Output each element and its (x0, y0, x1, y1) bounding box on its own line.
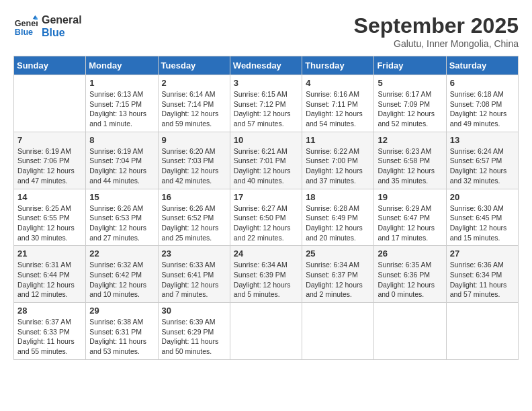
day-info: Sunrise: 6:16 AM Sunset: 7:11 PM Dayligh… (306, 89, 370, 129)
day-number: 24 (234, 248, 298, 259)
day-number: 9 (162, 135, 226, 145)
day-number: 8 (89, 135, 154, 145)
calendar-cell: 29Sunrise: 6:38 AM Sunset: 6:31 PM Dayli… (86, 303, 158, 360)
calendar-cell: 27Sunrise: 6:36 AM Sunset: 6:34 PM Dayli… (446, 246, 518, 303)
day-number: 28 (17, 306, 82, 316)
calendar-cell: 21Sunrise: 6:31 AM Sunset: 6:44 PM Dayli… (14, 246, 86, 303)
day-number: 29 (89, 306, 154, 316)
day-number: 27 (450, 248, 515, 259)
day-info: Sunrise: 6:17 AM Sunset: 7:09 PM Dayligh… (378, 89, 442, 129)
day-number: 5 (378, 78, 442, 88)
day-number: 20 (450, 192, 515, 202)
day-info: Sunrise: 6:34 AM Sunset: 6:39 PM Dayligh… (234, 260, 298, 300)
day-info: Sunrise: 6:20 AM Sunset: 7:03 PM Dayligh… (162, 146, 226, 186)
day-info: Sunrise: 6:13 AM Sunset: 7:15 PM Dayligh… (89, 89, 154, 129)
col-header-saturday: Saturday (446, 56, 518, 75)
day-number: 1 (89, 78, 154, 88)
day-info: Sunrise: 6:25 AM Sunset: 6:55 PM Dayligh… (17, 203, 82, 243)
calendar-cell: 3Sunrise: 6:15 AM Sunset: 7:12 PM Daylig… (230, 75, 302, 132)
col-header-tuesday: Tuesday (158, 56, 230, 75)
calendar-cell (302, 303, 374, 360)
calendar-cell: 14Sunrise: 6:25 AM Sunset: 6:55 PM Dayli… (14, 189, 86, 246)
calendar-cell: 1Sunrise: 6:13 AM Sunset: 7:15 PM Daylig… (86, 75, 158, 132)
calendar-cell (14, 75, 86, 132)
day-number: 16 (162, 192, 226, 202)
day-info: Sunrise: 6:21 AM Sunset: 7:01 PM Dayligh… (234, 146, 298, 186)
day-number: 10 (234, 135, 298, 145)
day-info: Sunrise: 6:26 AM Sunset: 6:53 PM Dayligh… (89, 203, 154, 243)
calendar-cell (230, 303, 302, 360)
day-info: Sunrise: 6:24 AM Sunset: 6:57 PM Dayligh… (450, 146, 515, 186)
calendar-cell: 10Sunrise: 6:21 AM Sunset: 7:01 PM Dayli… (230, 132, 302, 189)
day-info: Sunrise: 6:28 AM Sunset: 6:49 PM Dayligh… (306, 203, 370, 243)
calendar-cell: 28Sunrise: 6:37 AM Sunset: 6:33 PM Dayli… (14, 303, 86, 360)
calendar-cell: 6Sunrise: 6:18 AM Sunset: 7:08 PM Daylig… (446, 75, 518, 132)
day-number: 19 (378, 192, 442, 202)
day-number: 4 (306, 78, 370, 88)
calendar-table: SundayMondayTuesdayWednesdayThursdayFrid… (13, 56, 519, 360)
day-number: 17 (234, 192, 298, 202)
day-number: 7 (17, 135, 82, 145)
day-info: Sunrise: 6:29 AM Sunset: 6:47 PM Dayligh… (378, 203, 442, 243)
calendar-week-3: 14Sunrise: 6:25 AM Sunset: 6:55 PM Dayli… (14, 189, 519, 246)
day-number: 6 (450, 78, 515, 88)
col-header-sunday: Sunday (14, 56, 86, 75)
calendar-cell: 13Sunrise: 6:24 AM Sunset: 6:57 PM Dayli… (446, 132, 518, 189)
calendar-cell: 11Sunrise: 6:22 AM Sunset: 7:00 PM Dayli… (302, 132, 374, 189)
calendar-cell: 24Sunrise: 6:34 AM Sunset: 6:39 PM Dayli… (230, 246, 302, 303)
calendar-cell (374, 303, 446, 360)
day-number: 14 (17, 192, 82, 202)
day-info: Sunrise: 6:31 AM Sunset: 6:44 PM Dayligh… (17, 260, 82, 300)
calendar-cell: 2Sunrise: 6:14 AM Sunset: 7:14 PM Daylig… (158, 75, 230, 132)
logo-line2: Blue (42, 26, 82, 39)
logo-icon: General Blue (13, 14, 38, 38)
day-number: 21 (17, 248, 82, 259)
calendar-cell: 7Sunrise: 6:19 AM Sunset: 7:06 PM Daylig… (14, 132, 86, 189)
day-info: Sunrise: 6:32 AM Sunset: 6:42 PM Dayligh… (89, 260, 154, 300)
calendar-cell: 8Sunrise: 6:19 AM Sunset: 7:04 PM Daylig… (86, 132, 158, 189)
calendar-header-row: SundayMondayTuesdayWednesdayThursdayFrid… (14, 56, 519, 75)
calendar-cell: 30Sunrise: 6:39 AM Sunset: 6:29 PM Dayli… (158, 303, 230, 360)
calendar-week-4: 21Sunrise: 6:31 AM Sunset: 6:44 PM Dayli… (14, 246, 519, 303)
calendar-cell: 9Sunrise: 6:20 AM Sunset: 7:03 PM Daylig… (158, 132, 230, 189)
day-number: 22 (89, 248, 154, 259)
calendar-week-1: 1Sunrise: 6:13 AM Sunset: 7:15 PM Daylig… (14, 75, 519, 132)
day-number: 18 (306, 192, 370, 202)
location: Galutu, Inner Mongolia, China (354, 38, 519, 49)
calendar-cell: 22Sunrise: 6:32 AM Sunset: 6:42 PM Dayli… (86, 246, 158, 303)
col-header-thursday: Thursday (302, 56, 374, 75)
day-info: Sunrise: 6:34 AM Sunset: 6:37 PM Dayligh… (306, 260, 370, 300)
calendar-cell: 20Sunrise: 6:30 AM Sunset: 6:45 PM Dayli… (446, 189, 518, 246)
calendar-body: 1Sunrise: 6:13 AM Sunset: 7:15 PM Daylig… (14, 75, 519, 360)
calendar-cell: 19Sunrise: 6:29 AM Sunset: 6:47 PM Dayli… (374, 189, 446, 246)
calendar-week-5: 28Sunrise: 6:37 AM Sunset: 6:33 PM Dayli… (14, 303, 519, 360)
calendar-cell: 12Sunrise: 6:23 AM Sunset: 6:58 PM Dayli… (374, 132, 446, 189)
day-number: 11 (306, 135, 370, 145)
calendar-cell: 17Sunrise: 6:27 AM Sunset: 6:50 PM Dayli… (230, 189, 302, 246)
day-info: Sunrise: 6:14 AM Sunset: 7:14 PM Dayligh… (162, 89, 226, 129)
day-info: Sunrise: 6:35 AM Sunset: 6:36 PM Dayligh… (378, 260, 442, 300)
day-number: 3 (234, 78, 298, 88)
day-info: Sunrise: 6:30 AM Sunset: 6:45 PM Dayligh… (450, 203, 515, 243)
day-info: Sunrise: 6:37 AM Sunset: 6:33 PM Dayligh… (17, 317, 82, 357)
day-info: Sunrise: 6:19 AM Sunset: 7:06 PM Dayligh… (17, 146, 82, 186)
day-number: 23 (162, 248, 226, 259)
calendar-cell: 16Sunrise: 6:26 AM Sunset: 6:52 PM Dayli… (158, 189, 230, 246)
day-number: 30 (162, 306, 226, 316)
day-info: Sunrise: 6:23 AM Sunset: 6:58 PM Dayligh… (378, 146, 442, 186)
day-number: 12 (378, 135, 442, 145)
page-header: General Blue General Blue September 2025… (13, 13, 519, 49)
month-title: September 2025 (354, 13, 519, 38)
day-number: 13 (450, 135, 515, 145)
calendar-cell: 5Sunrise: 6:17 AM Sunset: 7:09 PM Daylig… (374, 75, 446, 132)
logo-line1: General (42, 13, 82, 26)
day-info: Sunrise: 6:36 AM Sunset: 6:34 PM Dayligh… (450, 260, 515, 300)
title-block: September 2025 Galutu, Inner Mongolia, C… (354, 13, 519, 49)
day-number: 15 (89, 192, 154, 202)
day-info: Sunrise: 6:33 AM Sunset: 6:41 PM Dayligh… (162, 260, 226, 300)
day-info: Sunrise: 6:39 AM Sunset: 6:29 PM Dayligh… (162, 317, 226, 357)
calendar-cell: 25Sunrise: 6:34 AM Sunset: 6:37 PM Dayli… (302, 246, 374, 303)
day-number: 2 (162, 78, 226, 88)
day-info: Sunrise: 6:19 AM Sunset: 7:04 PM Dayligh… (89, 146, 154, 186)
col-header-friday: Friday (374, 56, 446, 75)
